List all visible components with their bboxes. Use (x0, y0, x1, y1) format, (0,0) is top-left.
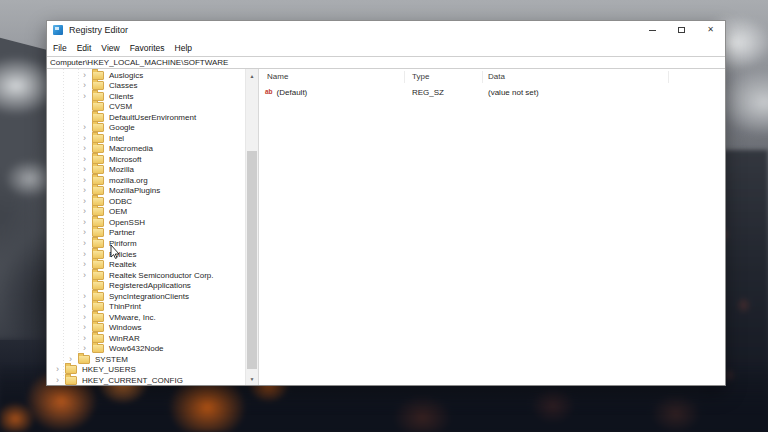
value-type: REG_SZ (405, 88, 483, 97)
tree-item[interactable]: › Mozilla (47, 165, 245, 176)
chevron-right-icon[interactable]: › (83, 176, 92, 185)
tree-item[interactable]: › Policies (47, 249, 245, 260)
chevron-right-icon[interactable]: › (83, 71, 92, 80)
tree-item-label: MozillaPlugins (109, 186, 160, 195)
tree-item-label: Classes (109, 81, 137, 90)
tree-item[interactable]: › CVSM (47, 102, 245, 113)
chevron-right-icon[interactable]: › (83, 81, 92, 90)
tree-item[interactable]: › Realtek Semiconductor Corp. (47, 270, 245, 281)
scrollbar-thumb[interactable] (247, 151, 257, 369)
tree-item[interactable]: › Classes (47, 81, 245, 92)
chevron-right-icon[interactable]: › (83, 155, 92, 164)
tree-item[interactable]: › SYSTEM (47, 354, 245, 365)
tree-item-label: Realtek Semiconductor Corp. (109, 271, 214, 280)
tree-item[interactable]: › ThinPrint (47, 301, 245, 312)
tree-item-label: Intel (109, 134, 124, 143)
tree-item[interactable]: › Realtek (47, 259, 245, 270)
tree-scrollbar[interactable]: ▲ ▼ (245, 69, 258, 385)
tree-item[interactable]: › DefaultUserEnvironment (47, 112, 245, 123)
column-header-data[interactable]: Data (483, 71, 669, 83)
chevron-right-icon[interactable]: › (56, 376, 65, 385)
menu-item[interactable]: View (96, 43, 124, 53)
scroll-down-icon[interactable]: ▼ (246, 372, 258, 385)
tree-item[interactable]: › RegisteredApplications (47, 280, 245, 291)
close-button[interactable]: ✕ (696, 21, 725, 39)
tree-item[interactable]: › MozillaPlugins (47, 186, 245, 197)
chevron-right-icon[interactable]: › (83, 144, 92, 153)
tree-item-label: SYSTEM (95, 355, 128, 364)
folder-icon (92, 344, 104, 353)
tree-item-label: Microsoft (109, 155, 141, 164)
folder-icon (92, 239, 104, 248)
chevron-right-icon[interactable]: › (83, 292, 92, 301)
title-bar[interactable]: Registry Editor ✕ (47, 21, 725, 39)
chevron-right-icon[interactable]: › (56, 365, 65, 374)
chevron-right-icon[interactable]: › (83, 344, 92, 353)
chevron-right-icon[interactable]: › (83, 334, 92, 343)
tree-item[interactable]: › WinRAR (47, 333, 245, 344)
tree-item[interactable]: › Intel (47, 133, 245, 144)
chevron-right-icon[interactable]: › (83, 218, 92, 227)
tree-item[interactable]: › VMware, Inc. (47, 312, 245, 323)
chevron-right-icon[interactable]: › (83, 134, 92, 143)
chevron-right-icon[interactable]: › (83, 228, 92, 237)
value-list-pane: Name Type Data ab (Default) REG_SZ (valu… (259, 69, 725, 385)
tree-item[interactable]: › HKEY_USERS (47, 364, 245, 375)
chevron-right-icon[interactable]: › (83, 271, 92, 280)
folder-icon (92, 323, 104, 332)
tree-item-label: Macromedia (109, 144, 153, 153)
folder-icon (92, 123, 104, 132)
tree-item[interactable]: › OEM (47, 207, 245, 218)
menu-item[interactable]: File (48, 43, 72, 53)
registry-editor-window: Registry Editor ✕ FileEditViewFavoritesH… (46, 20, 726, 386)
chevron-right-icon[interactable]: › (83, 165, 92, 174)
chevron-right-icon[interactable]: › (83, 302, 92, 311)
column-header-filler (669, 71, 725, 83)
tree-item-label: ODBC (109, 197, 132, 206)
scroll-up-icon[interactable]: ▲ (246, 69, 258, 82)
tree-item[interactable]: › Macromedia (47, 144, 245, 155)
tree-item[interactable]: › Wow6432Node (47, 343, 245, 354)
chevron-right-icon[interactable]: › (83, 313, 92, 322)
chevron-right-icon[interactable]: › (83, 92, 92, 101)
tree-item[interactable]: › SyncIntegrationClients (47, 291, 245, 302)
maximize-button[interactable] (667, 21, 696, 39)
column-header-type[interactable]: Type (405, 71, 483, 83)
tree-item[interactable]: › Piriform (47, 238, 245, 249)
tree-item[interactable]: › Microsoft (47, 154, 245, 165)
registry-editor-icon (53, 25, 63, 35)
address-bar[interactable]: Computer\HKEY_LOCAL_MACHINE\SOFTWARE (47, 56, 725, 69)
chevron-right-icon[interactable]: › (83, 250, 92, 259)
tree-item[interactable]: › ODBC (47, 196, 245, 207)
chevron-right-icon[interactable]: › (83, 260, 92, 269)
value-row-default[interactable]: ab (Default) REG_SZ (value not set) (259, 87, 725, 98)
folder-icon (92, 302, 104, 311)
tree-item-label: Partner (109, 228, 135, 237)
tree-item-label: CVSM (109, 102, 132, 111)
chevron-right-icon[interactable]: › (83, 186, 92, 195)
tree-item[interactable]: › Partner (47, 228, 245, 239)
menu-item[interactable]: Favorites (125, 43, 170, 53)
tree-item[interactable]: › HKEY_CURRENT_CONFIG (47, 375, 245, 385)
tree-item[interactable]: › Google (47, 123, 245, 134)
address-path: Computer\HKEY_LOCAL_MACHINE\SOFTWARE (50, 58, 228, 67)
value-data: (value not set) (483, 88, 539, 97)
tree-item-label: VMware, Inc. (109, 313, 156, 322)
value-name: (Default) (277, 88, 308, 97)
tree-item[interactable]: › mozilla.org (47, 175, 245, 186)
column-header-name[interactable]: Name (259, 71, 405, 83)
tree-item[interactable]: › Windows (47, 322, 245, 333)
tree-item[interactable]: › Clients (47, 91, 245, 102)
minimize-button[interactable] (638, 21, 667, 39)
chevron-right-icon[interactable]: › (83, 123, 92, 132)
menu-item[interactable]: Edit (72, 43, 97, 53)
tree-item[interactable]: › OpenSSH (47, 217, 245, 228)
chevron-right-icon[interactable]: › (83, 197, 92, 206)
string-value-icon: ab (265, 89, 273, 96)
menu-item[interactable]: Help (170, 43, 197, 53)
main-area: › Auslogics › Classes › (47, 69, 725, 385)
chevron-right-icon[interactable]: › (83, 239, 92, 248)
tree-item[interactable]: › Auslogics (47, 70, 245, 81)
chevron-right-icon[interactable]: › (83, 207, 92, 216)
chevron-right-icon[interactable]: › (83, 323, 92, 332)
